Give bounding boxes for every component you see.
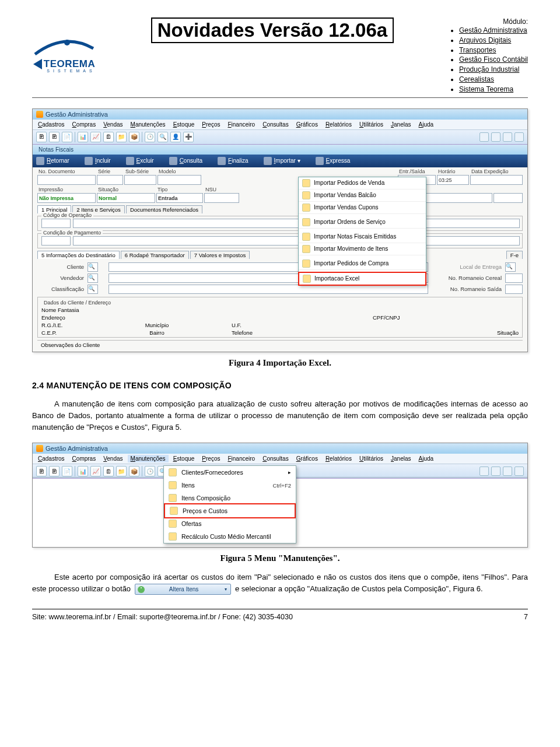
action-button[interactable]: Retornar: [36, 157, 69, 165]
input-codigo-op-desc[interactable]: [73, 219, 317, 228]
toolbar-icon[interactable]: 🕒: [145, 466, 155, 476]
toolbar-icon[interactable]: 🖹: [36, 466, 47, 476]
action-button[interactable]: Consulta: [169, 157, 202, 165]
toolbar-icon[interactable]: 📊: [78, 466, 88, 476]
input-modelo[interactable]: [158, 175, 201, 185]
menu-item[interactable]: Utilitários: [356, 455, 386, 462]
input-subserie[interactable]: [124, 175, 156, 185]
dropdown-item[interactable]: Importar Vendas Balcão: [299, 190, 426, 202]
facebook-icon[interactable]: [491, 132, 501, 142]
menu-item[interactable]: Relatórios: [323, 455, 355, 462]
menu-item[interactable]: Janelas: [388, 121, 414, 128]
menu-item[interactable]: Preços: [199, 455, 223, 462]
input-nsu[interactable]: [204, 193, 239, 203]
toolbar-icon[interactable]: 🖹: [49, 466, 60, 476]
toolbar-icon[interactable]: 📊: [78, 132, 88, 142]
action-button[interactable]: Importar ▾: [264, 157, 300, 165]
menu-item[interactable]: Financeiro: [225, 455, 258, 462]
menu-item[interactable]: Gráficos: [293, 455, 321, 462]
tab[interactable]: F-e: [506, 251, 523, 259]
toolbar-icon[interactable]: 📄: [62, 132, 72, 142]
action-button[interactable]: Finaliza: [218, 157, 248, 165]
input-no-doc[interactable]: [37, 175, 96, 185]
dropdown-item[interactable]: Importar Movimento de Itens: [299, 243, 426, 255]
dropdown-item[interactable]: Importar Pedidos de Compra: [299, 258, 426, 270]
input-small[interactable]: [494, 193, 523, 203]
menu-popup-item[interactable]: ItensCtrl+F2: [164, 479, 296, 492]
twitter-icon[interactable]: [480, 132, 489, 142]
menu-popup-item[interactable]: Recálculo Custo Médio Mercantil: [164, 530, 296, 543]
input-rom-cereal[interactable]: [505, 273, 523, 283]
toolbar-icon[interactable]: 🗓: [103, 132, 114, 142]
tab[interactable]: 6 Rodapé Transportador: [121, 251, 189, 259]
input-impressao[interactable]: Não Impressa: [37, 193, 96, 203]
tab[interactable]: Documentos Referenciados: [126, 205, 202, 213]
toolbar-icon[interactable]: 👤: [170, 132, 181, 142]
menu-item[interactable]: Relatórios: [323, 121, 355, 128]
input-cond-pag-desc[interactable]: [73, 236, 317, 246]
menu-popup-item[interactable]: Clientes/Fornecedores▸: [164, 466, 296, 479]
menu-popup-item[interactable]: Ofertas: [164, 517, 296, 530]
menu-item[interactable]: Preços: [199, 121, 223, 128]
menu-popup-item[interactable]: Itens Composição: [164, 492, 296, 504]
dropdown-item[interactable]: Importacao Excel: [298, 272, 426, 286]
menu-item[interactable]: Ajuda: [416, 455, 437, 462]
input-tipo[interactable]: Entrada: [156, 193, 203, 203]
input-cond-pag-code[interactable]: [41, 236, 71, 246]
altera-itens-button[interactable]: Altera Itens▾: [135, 584, 232, 595]
menu-item[interactable]: Compras: [69, 455, 99, 462]
input-serie[interactable]: [97, 175, 123, 185]
menu-item[interactable]: Consultas: [260, 455, 291, 462]
menu-item[interactable]: Utilitários: [356, 121, 386, 128]
toolbar-icon[interactable]: 🗓: [103, 466, 114, 476]
toolbar-icon[interactable]: 📦: [129, 466, 139, 476]
dropdown-item[interactable]: Importar Ordens de Serviço: [299, 216, 426, 229]
input-situacao[interactable]: Normal: [97, 193, 155, 203]
twitter-icon[interactable]: [480, 467, 489, 476]
menu-item[interactable]: Estoque: [170, 455, 198, 462]
toolbar-icon[interactable]: 🕒: [145, 132, 155, 142]
lookup-icon[interactable]: 🔍: [88, 262, 98, 272]
toolbar-icon[interactable]: 🖹: [36, 132, 47, 142]
input-expedicao[interactable]: [470, 175, 523, 185]
toolbar-icon[interactable]: 📁: [116, 132, 127, 142]
menu-item[interactable]: Manutenções: [128, 455, 169, 462]
toolbar-icon[interactable]: 🖹: [49, 132, 60, 142]
menu-item[interactable]: Estoque: [170, 121, 198, 128]
lookup-icon[interactable]: 🔍: [88, 285, 98, 294]
dropdown-item[interactable]: Importar Vendas Cupons: [299, 202, 426, 214]
action-button[interactable]: Excluir: [126, 157, 154, 165]
tab[interactable]: 5 Informações do Destinatário: [37, 251, 120, 259]
app-icon[interactable]: [514, 132, 524, 142]
menu-item[interactable]: Vendas: [100, 121, 125, 128]
menu-popup-item[interactable]: Preços e Custos: [164, 503, 296, 518]
toolbar-icon[interactable]: ➕: [183, 132, 194, 142]
app-icon[interactable]: [503, 132, 512, 142]
menu-item[interactable]: Ajuda: [416, 121, 437, 128]
lookup-icon[interactable]: 🔍: [88, 273, 98, 283]
dropdown-item[interactable]: Importar Notas Fiscais Emitidas: [299, 231, 426, 243]
menu-item[interactable]: Janelas: [388, 455, 414, 462]
input-classificacao[interactable]: [108, 285, 428, 294]
menu-item[interactable]: Vendas: [100, 455, 125, 462]
toolbar-icon[interactable]: 📁: [116, 466, 127, 476]
action-button[interactable]: Expressa: [316, 157, 351, 165]
menu-item[interactable]: Compras: [69, 121, 99, 128]
menu-item[interactable]: Consultas: [260, 121, 291, 128]
dropdown-item[interactable]: Importar Pedidos de Venda: [299, 177, 426, 190]
toolbar-icon[interactable]: 📈: [90, 466, 101, 476]
toolbar-icon[interactable]: 📦: [129, 132, 139, 142]
menu-item[interactable]: Manutenções: [128, 121, 169, 128]
menu-item[interactable]: Financeiro: [225, 121, 258, 128]
menu-item[interactable]: Cadastros: [35, 455, 68, 462]
menu-item[interactable]: Cadastros: [35, 121, 68, 128]
toolbar-icon[interactable]: 📈: [90, 132, 101, 142]
toolbar-icon[interactable]: 📄: [62, 466, 72, 476]
action-button[interactable]: Incluir: [85, 157, 111, 165]
tab[interactable]: 7 Valores e Impostos: [190, 251, 250, 259]
lookup-icon[interactable]: 🔍: [505, 262, 516, 272]
input-horario[interactable]: 03:25: [437, 175, 469, 185]
facebook-icon[interactable]: [491, 467, 501, 476]
app-icon[interactable]: [514, 467, 524, 476]
menu-item[interactable]: Gráficos: [293, 121, 321, 128]
